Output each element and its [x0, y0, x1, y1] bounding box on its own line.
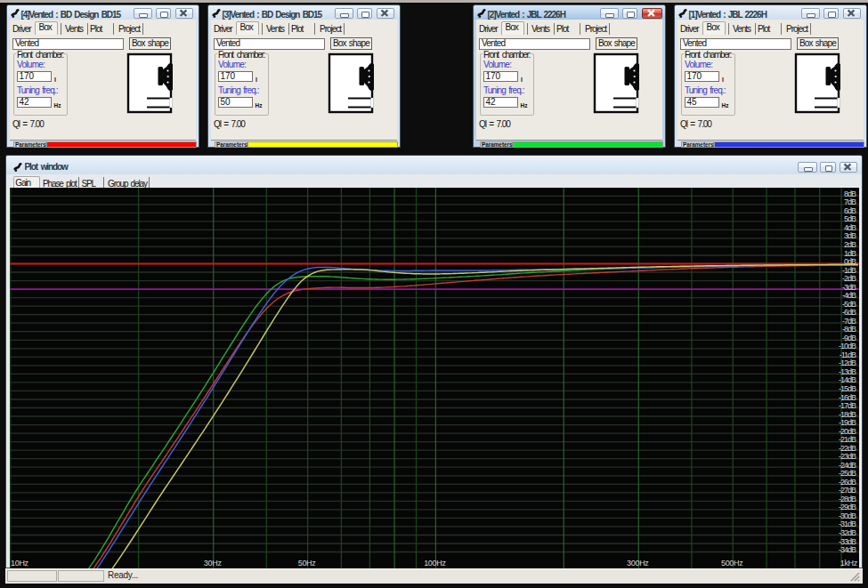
svg-text:-20dB: -20dB [839, 427, 856, 436]
svg-text:-18dB: -18dB [839, 410, 856, 419]
svg-text:2dB: 2dB [844, 240, 856, 249]
svg-text:-6dB: -6dB [842, 308, 856, 317]
svg-text:7dB: 7dB [844, 197, 856, 206]
svg-text:6dB: 6dB [844, 206, 856, 215]
svg-text:300Hz: 300Hz [627, 559, 649, 568]
svg-text:-8dB: -8dB [842, 325, 856, 334]
svg-text:-17dB: -17dB [839, 401, 856, 410]
svg-text:-1dB: -1dB [842, 266, 856, 275]
svg-text:-19dB: -19dB [839, 418, 856, 427]
svg-text:100Hz: 100Hz [424, 559, 446, 568]
svg-text:-7dB: -7dB [842, 317, 856, 326]
svg-text:-22dB: -22dB [839, 444, 856, 453]
svg-text:-21dB: -21dB [839, 435, 856, 444]
svg-text:-30dB: -30dB [839, 511, 856, 520]
svg-text:-27dB: -27dB [839, 486, 856, 495]
svg-text:-10dB: -10dB [839, 342, 856, 350]
svg-text:-24dB: -24dB [839, 461, 856, 470]
svg-text:0dB: 0dB [844, 257, 856, 266]
svg-text:-28dB: -28dB [839, 495, 856, 503]
svg-text:-26dB: -26dB [839, 478, 856, 487]
svg-text:-3dB: -3dB [842, 283, 856, 292]
svg-text:-25dB: -25dB [839, 469, 856, 478]
svg-text:10Hz: 10Hz [11, 559, 29, 568]
svg-text:500Hz: 500Hz [721, 559, 743, 568]
svg-text:-23dB: -23dB [839, 452, 856, 461]
svg-text:-5dB: -5dB [842, 300, 856, 309]
svg-text:1kHz: 1kHz [840, 559, 858, 568]
svg-text:-31dB: -31dB [839, 520, 856, 528]
svg-text:-13dB: -13dB [839, 367, 856, 376]
svg-text:-14dB: -14dB [839, 375, 856, 384]
svg-text:-11dB: -11dB [840, 350, 856, 359]
svg-text:50Hz: 50Hz [298, 559, 317, 568]
svg-text:-9dB: -9dB [842, 334, 856, 342]
svg-text:-34dB: -34dB [839, 545, 856, 554]
svg-text:-33dB: -33dB [839, 537, 856, 546]
svg-text:1dB: 1dB [844, 249, 856, 258]
svg-text:4dB: 4dB [844, 223, 856, 232]
svg-text:-2dB: -2dB [842, 274, 856, 283]
svg-text:3dB: 3dB [844, 231, 856, 240]
svg-text:8dB: 8dB [844, 189, 856, 198]
svg-text:5dB: 5dB [844, 214, 856, 223]
svg-text:-29dB: -29dB [839, 503, 856, 511]
svg-text:-4dB: -4dB [842, 291, 856, 300]
svg-text:-16dB: -16dB [839, 393, 856, 402]
svg-text:-12dB: -12dB [839, 358, 856, 367]
svg-text:-15dB: -15dB [839, 384, 856, 393]
svg-text:30Hz: 30Hz [204, 559, 223, 568]
svg-text:-32dB: -32dB [839, 528, 856, 537]
